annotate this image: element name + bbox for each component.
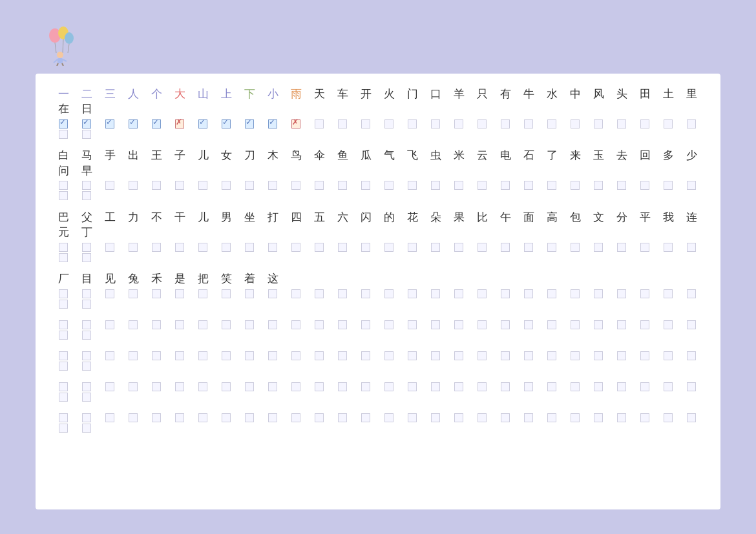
checkbox-row-4[interactable] — [52, 288, 704, 309]
checkbox-cell-empty[interactable] — [377, 319, 401, 329]
checkbox-cell[interactable] — [215, 241, 238, 252]
checkbox-cell[interactable] — [75, 298, 98, 309]
checkbox-cell[interactable] — [447, 180, 470, 190]
checkbox-cell-empty[interactable] — [587, 381, 610, 391]
checkbox-cell-empty[interactable] — [680, 412, 703, 422]
checkbox-cell-empty[interactable] — [424, 412, 447, 422]
checkbox-cell[interactable] — [494, 180, 517, 190]
checkbox-cell-empty[interactable] — [331, 319, 354, 329]
checkbox-cell-empty[interactable] — [587, 350, 610, 360]
checkbox-cell-empty[interactable] — [656, 350, 680, 360]
checkbox-cell[interactable] — [540, 180, 563, 190]
checkbox-cell[interactable] — [633, 118, 656, 128]
checkbox-cell-empty[interactable] — [75, 391, 98, 402]
checkbox-cell[interactable] — [261, 288, 284, 298]
checkbox-cell-empty[interactable] — [75, 319, 98, 329]
checkbox-cell-empty[interactable] — [168, 350, 191, 360]
checkbox-cell-empty[interactable] — [610, 319, 633, 329]
checkbox-cell[interactable] — [354, 241, 377, 252]
checkbox-cell[interactable] — [98, 118, 121, 128]
checkbox-cell-empty[interactable] — [52, 360, 75, 371]
checkbox-cell[interactable] — [540, 288, 563, 298]
checkbox-cell[interactable] — [52, 190, 75, 201]
checkbox-cell-empty[interactable] — [633, 319, 656, 329]
checkbox-cell[interactable] — [610, 180, 633, 190]
checkbox-cell[interactable] — [587, 118, 610, 128]
checkbox-cell-empty[interactable] — [447, 412, 470, 422]
checkbox-cell[interactable] — [75, 128, 98, 139]
checkbox-cell[interactable] — [540, 241, 563, 252]
checkbox-cell[interactable] — [447, 288, 470, 298]
checkbox-cell[interactable] — [52, 252, 75, 262]
checkbox-cell-empty[interactable] — [331, 381, 354, 391]
checkbox-cell[interactable] — [191, 241, 215, 252]
checkbox-cell[interactable] — [680, 288, 703, 298]
checkbox-cell-empty[interactable] — [52, 381, 75, 391]
checkbox-cell[interactable] — [191, 180, 215, 190]
checkbox-cell-empty[interactable] — [447, 381, 470, 391]
checkbox-cell-empty[interactable] — [98, 381, 121, 391]
checkbox-cell[interactable] — [121, 180, 145, 190]
checkbox-cell-empty[interactable] — [52, 422, 75, 433]
checkbox-cell[interactable] — [75, 118, 98, 128]
checkbox-cell-empty[interactable] — [447, 319, 470, 329]
checkbox-cell-empty[interactable] — [98, 319, 121, 329]
checkbox-cell[interactable] — [424, 241, 447, 252]
checkbox-cell-empty[interactable] — [145, 319, 168, 329]
checkbox-cell-empty[interactable] — [401, 412, 424, 422]
checkbox-cell[interactable] — [121, 118, 145, 128]
checkbox-cell-empty[interactable] — [470, 319, 494, 329]
checkbox-cell[interactable] — [98, 241, 121, 252]
checkbox-row-empty[interactable] — [52, 350, 704, 371]
checkbox-cell-empty[interactable] — [680, 350, 703, 360]
checkbox-cell-empty[interactable] — [354, 350, 377, 360]
checkbox-cell-empty[interactable] — [377, 412, 401, 422]
checkbox-cell-empty[interactable] — [540, 319, 563, 329]
checkbox-row-3[interactable] — [52, 241, 704, 262]
checkbox-cell[interactable] — [656, 241, 680, 252]
checkbox-cell-empty[interactable] — [563, 412, 587, 422]
checkbox-cell-empty[interactable] — [75, 329, 98, 340]
checkbox-cell[interactable] — [377, 118, 401, 128]
checkbox-cell-empty[interactable] — [52, 350, 75, 360]
checkbox-cell-empty[interactable] — [587, 412, 610, 422]
checkbox-cell[interactable] — [470, 241, 494, 252]
checkbox-cell-empty[interactable] — [98, 412, 121, 422]
checkbox-cell-empty[interactable] — [75, 350, 98, 360]
checkbox-cell[interactable] — [145, 180, 168, 190]
checkbox-cell[interactable] — [52, 241, 75, 252]
checkbox-cell-empty[interactable] — [52, 391, 75, 402]
checkbox-cell[interactable] — [145, 288, 168, 298]
checkbox-cell-empty[interactable] — [215, 381, 238, 391]
checkbox-cell-empty[interactable] — [377, 381, 401, 391]
checkbox-cell-empty[interactable] — [191, 381, 215, 391]
checkbox-cell[interactable] — [563, 288, 587, 298]
checkbox-cell[interactable] — [168, 288, 191, 298]
checkbox-cell[interactable] — [75, 241, 98, 252]
checkbox-cell[interactable] — [424, 288, 447, 298]
checkbox-cell-empty[interactable] — [168, 381, 191, 391]
checkbox-cell[interactable] — [331, 118, 354, 128]
checkbox-cell-empty[interactable] — [284, 350, 308, 360]
checkbox-cell[interactable] — [610, 241, 633, 252]
checkbox-cell-empty[interactable] — [191, 412, 215, 422]
checkbox-cell-empty[interactable] — [563, 381, 587, 391]
checkbox-cell[interactable] — [52, 118, 75, 128]
checkbox-cell[interactable] — [680, 118, 703, 128]
checkbox-cell[interactable] — [587, 288, 610, 298]
checkbox-cell[interactable] — [215, 288, 238, 298]
checkbox-cell[interactable] — [238, 288, 261, 298]
checkbox-row-2[interactable] — [52, 180, 704, 201]
checkbox-cell[interactable] — [261, 118, 284, 128]
checkbox-cell-empty[interactable] — [610, 381, 633, 391]
checkbox-cell-empty[interactable] — [354, 381, 377, 391]
checkbox-cell[interactable] — [168, 118, 191, 128]
checkbox-cell-empty[interactable] — [75, 360, 98, 371]
checkbox-cell-empty[interactable] — [401, 319, 424, 329]
checkbox-cell[interactable] — [145, 241, 168, 252]
checkbox-cell-empty[interactable] — [494, 412, 517, 422]
checkbox-cell[interactable] — [238, 241, 261, 252]
checkbox-cell-empty[interactable] — [75, 412, 98, 422]
checkbox-cell[interactable] — [610, 118, 633, 128]
checkbox-cell[interactable] — [377, 180, 401, 190]
